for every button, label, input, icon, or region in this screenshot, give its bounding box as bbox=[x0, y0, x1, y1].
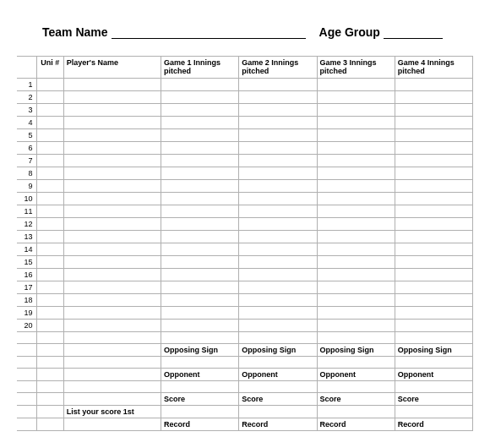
game2-cell[interactable] bbox=[239, 320, 317, 332]
game2-cell[interactable] bbox=[239, 142, 317, 155]
game3-cell[interactable] bbox=[317, 218, 395, 231]
score-g4[interactable]: Score bbox=[395, 393, 472, 406]
uni-cell[interactable] bbox=[36, 320, 63, 332]
player-name-cell[interactable] bbox=[63, 320, 161, 332]
uni-cell[interactable] bbox=[36, 155, 63, 167]
game1-cell[interactable] bbox=[161, 281, 239, 294]
game3-cell[interactable] bbox=[317, 256, 395, 269]
record-g4[interactable]: Record bbox=[395, 418, 472, 431]
game3-cell[interactable] bbox=[317, 91, 395, 104]
game1-cell[interactable] bbox=[161, 142, 239, 155]
game4-cell[interactable] bbox=[395, 155, 472, 167]
opponent-g3[interactable]: Opponent bbox=[317, 369, 395, 381]
player-name-cell[interactable] bbox=[63, 281, 161, 294]
game2-cell[interactable] bbox=[239, 155, 317, 167]
player-name-cell[interactable] bbox=[63, 243, 161, 256]
game2-cell[interactable] bbox=[239, 193, 317, 205]
uni-cell[interactable] bbox=[36, 167, 63, 180]
game2-cell[interactable] bbox=[239, 281, 317, 294]
opponent-g1[interactable]: Opponent bbox=[161, 369, 239, 381]
player-name-cell[interactable] bbox=[63, 269, 161, 281]
game1-cell[interactable] bbox=[161, 256, 239, 269]
game4-cell[interactable] bbox=[395, 104, 472, 117]
game1-cell[interactable] bbox=[161, 79, 239, 91]
game4-cell[interactable] bbox=[395, 205, 472, 218]
game3-cell[interactable] bbox=[317, 193, 395, 205]
player-name-cell[interactable] bbox=[63, 180, 161, 193]
game1-cell[interactable] bbox=[161, 320, 239, 332]
uni-cell[interactable] bbox=[36, 205, 63, 218]
game2-cell[interactable] bbox=[239, 294, 317, 307]
game4-cell[interactable] bbox=[395, 281, 472, 294]
uni-cell[interactable] bbox=[36, 91, 63, 104]
game2-cell[interactable] bbox=[239, 79, 317, 91]
game3-cell[interactable] bbox=[317, 294, 395, 307]
game2-cell[interactable] bbox=[239, 180, 317, 193]
game4-cell[interactable] bbox=[395, 231, 472, 243]
game2-cell[interactable] bbox=[239, 167, 317, 180]
game1-cell[interactable] bbox=[161, 193, 239, 205]
game4-cell[interactable] bbox=[395, 142, 472, 155]
game2-cell[interactable] bbox=[239, 218, 317, 231]
uni-cell[interactable] bbox=[36, 193, 63, 205]
game1-cell[interactable] bbox=[161, 180, 239, 193]
game4-cell[interactable] bbox=[395, 269, 472, 281]
score-g2[interactable]: Score bbox=[239, 393, 317, 406]
game1-cell[interactable] bbox=[161, 155, 239, 167]
player-name-cell[interactable] bbox=[63, 218, 161, 231]
uni-cell[interactable] bbox=[36, 129, 63, 142]
game1-cell[interactable] bbox=[161, 91, 239, 104]
game4-cell[interactable] bbox=[395, 218, 472, 231]
game3-cell[interactable] bbox=[317, 167, 395, 180]
uni-cell[interactable] bbox=[36, 117, 63, 129]
game1-cell[interactable] bbox=[161, 117, 239, 129]
game3-cell[interactable] bbox=[317, 142, 395, 155]
game3-cell[interactable] bbox=[317, 281, 395, 294]
game3-cell[interactable] bbox=[317, 155, 395, 167]
game1-cell[interactable] bbox=[161, 129, 239, 142]
game2-cell[interactable] bbox=[239, 104, 317, 117]
game4-cell[interactable] bbox=[395, 320, 472, 332]
age-group-blank[interactable] bbox=[384, 27, 443, 39]
player-name-cell[interactable] bbox=[63, 193, 161, 205]
uni-cell[interactable] bbox=[36, 256, 63, 269]
game4-cell[interactable] bbox=[395, 180, 472, 193]
game2-cell[interactable] bbox=[239, 91, 317, 104]
uni-cell[interactable] bbox=[36, 269, 63, 281]
player-name-cell[interactable] bbox=[63, 117, 161, 129]
game3-cell[interactable] bbox=[317, 205, 395, 218]
game2-cell[interactable] bbox=[239, 269, 317, 281]
game4-cell[interactable] bbox=[395, 243, 472, 256]
opposing-sign-g4[interactable]: Opposing Sign bbox=[395, 344, 472, 357]
game4-cell[interactable] bbox=[395, 294, 472, 307]
game2-cell[interactable] bbox=[239, 243, 317, 256]
uni-cell[interactable] bbox=[36, 142, 63, 155]
uni-cell[interactable] bbox=[36, 180, 63, 193]
player-name-cell[interactable] bbox=[63, 231, 161, 243]
game4-cell[interactable] bbox=[395, 117, 472, 129]
game1-cell[interactable] bbox=[161, 269, 239, 281]
game1-cell[interactable] bbox=[161, 167, 239, 180]
player-name-cell[interactable] bbox=[63, 167, 161, 180]
uni-cell[interactable] bbox=[36, 218, 63, 231]
player-name-cell[interactable] bbox=[63, 104, 161, 117]
player-name-cell[interactable] bbox=[63, 307, 161, 320]
opponent-g4[interactable]: Opponent bbox=[395, 369, 472, 381]
game4-cell[interactable] bbox=[395, 256, 472, 269]
game1-cell[interactable] bbox=[161, 307, 239, 320]
opposing-sign-g2[interactable]: Opposing Sign bbox=[239, 344, 317, 357]
game1-cell[interactable] bbox=[161, 294, 239, 307]
player-name-cell[interactable] bbox=[63, 79, 161, 91]
game2-cell[interactable] bbox=[239, 307, 317, 320]
game3-cell[interactable] bbox=[317, 180, 395, 193]
game4-cell[interactable] bbox=[395, 129, 472, 142]
game1-cell[interactable] bbox=[161, 205, 239, 218]
game3-cell[interactable] bbox=[317, 307, 395, 320]
record-g1[interactable]: Record bbox=[161, 418, 239, 431]
opponent-g2[interactable]: Opponent bbox=[239, 369, 317, 381]
game2-cell[interactable] bbox=[239, 129, 317, 142]
game1-cell[interactable] bbox=[161, 218, 239, 231]
uni-cell[interactable] bbox=[36, 104, 63, 117]
game4-cell[interactable] bbox=[395, 91, 472, 104]
uni-cell[interactable] bbox=[36, 79, 63, 91]
